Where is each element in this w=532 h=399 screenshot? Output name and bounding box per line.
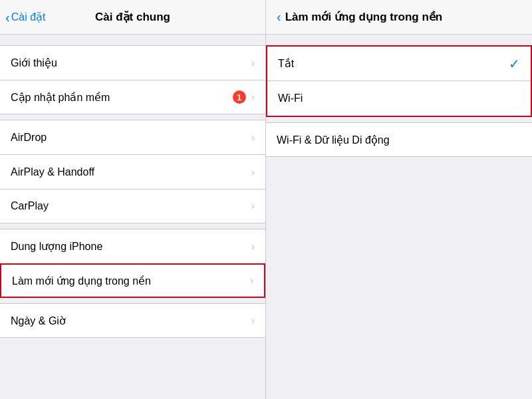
lam-moi-label: Làm mới ứng dụng trong nền bbox=[12, 275, 250, 287]
left-group-1: Giới thiệu › Cập nhật phần mềm 1 › bbox=[0, 45, 265, 114]
dung-luong-chevron: › bbox=[251, 241, 255, 253]
left-back-button[interactable]: ‹ Cài đặt bbox=[5, 11, 45, 24]
left-item-dung-luong[interactable]: Dung lượng iPhone › bbox=[0, 229, 265, 263]
right-content: Tắt ✓ Wi-Fi Wi-Fi & Dữ liệu Di động bbox=[266, 45, 532, 157]
gioi-thieu-chevron: › bbox=[251, 57, 255, 69]
option-tat[interactable]: Tắt ✓ bbox=[267, 47, 531, 81]
left-nav-title: Cài đặt chung bbox=[95, 10, 170, 24]
cap-nhat-badge: 1 bbox=[233, 90, 246, 104]
tat-label: Tắt bbox=[278, 57, 509, 70]
ngay-gio-chevron: › bbox=[251, 315, 255, 327]
dung-luong-label: Dung lượng iPhone bbox=[11, 240, 251, 253]
left-nav-bar: ‹ Cài đặt Cài đặt chung bbox=[0, 0, 265, 35]
airdrop-chevron: › bbox=[251, 132, 255, 144]
left-group-4: Ngày & Giờ › bbox=[0, 303, 265, 338]
right-panel: ‹ Làm mới ứng dụng trong nền Tắt ✓ Wi-Fi… bbox=[266, 0, 532, 399]
left-item-airdrop[interactable]: AirDrop › bbox=[0, 120, 265, 154]
tat-checkmark: ✓ bbox=[509, 56, 520, 72]
left-panel: ‹ Cài đặt Cài đặt chung Giới thiệu › Cập… bbox=[0, 0, 266, 399]
right-nav-bar: ‹ Làm mới ứng dụng trong nền bbox=[266, 0, 532, 35]
ngay-gio-label: Ngày & Giờ bbox=[11, 315, 251, 327]
option-wifi-data[interactable]: Wi-Fi & Dữ liệu Di động bbox=[266, 122, 532, 157]
carplay-chevron: › bbox=[251, 200, 255, 212]
option-wifi[interactable]: Wi-Fi bbox=[267, 81, 531, 116]
right-nav-title: Làm mới ứng dụng trong nền bbox=[285, 10, 443, 24]
airplay-chevron: › bbox=[251, 166, 255, 178]
left-back-icon: ‹ bbox=[5, 11, 10, 24]
carplay-label: CarPlay bbox=[11, 200, 251, 212]
cap-nhat-chevron: › bbox=[251, 91, 255, 103]
left-item-cap-nhat[interactable]: Cập nhật phần mềm 1 › bbox=[0, 80, 265, 114]
lam-moi-chevron: › bbox=[250, 275, 253, 287]
left-group-2: AirDrop › AirPlay & Handoff › CarPlay › bbox=[0, 120, 265, 223]
left-item-carplay[interactable]: CarPlay › bbox=[0, 189, 265, 223]
airdrop-label: AirDrop bbox=[11, 132, 251, 144]
right-back-icon[interactable]: ‹ bbox=[277, 9, 281, 25]
left-item-lam-moi[interactable]: Làm mới ứng dụng trong nền › bbox=[0, 263, 265, 298]
left-group-3: Dung lượng iPhone › Làm mới ứng dụng tro… bbox=[0, 229, 265, 298]
gioi-thieu-label: Giới thiệu bbox=[11, 57, 251, 69]
wifi-data-label: Wi-Fi & Dữ liệu Di động bbox=[277, 134, 521, 146]
wifi-label: Wi-Fi bbox=[278, 92, 520, 104]
left-item-gioi-thieu[interactable]: Giới thiệu › bbox=[0, 45, 265, 80]
left-item-airplay[interactable]: AirPlay & Handoff › bbox=[0, 154, 265, 189]
left-item-ngay-gio[interactable]: Ngày & Giờ › bbox=[0, 303, 265, 338]
cap-nhat-label: Cập nhật phần mềm bbox=[11, 91, 233, 104]
airplay-label: AirPlay & Handoff bbox=[11, 166, 251, 178]
options-boxed-group: Tắt ✓ Wi-Fi bbox=[266, 45, 532, 117]
left-back-label: Cài đặt bbox=[11, 11, 46, 23]
